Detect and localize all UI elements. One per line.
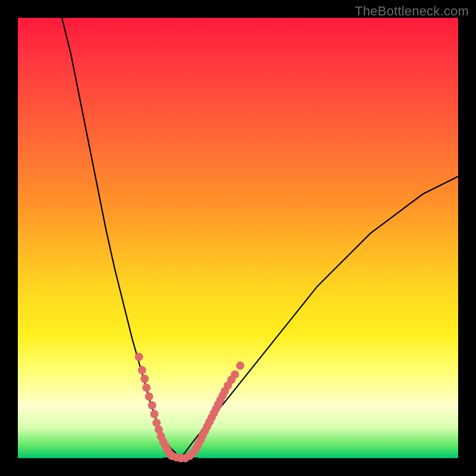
marker-point: [138, 366, 146, 374]
marker-point: [150, 410, 158, 418]
watermark-label: TheBottleneck.com: [355, 4, 469, 19]
chart-frame: TheBottleneck.com: [0, 0, 476, 476]
plot-area: [18, 18, 458, 458]
marker-point: [142, 384, 151, 392]
curve-group: [62, 18, 458, 458]
curve-right-curve: [181, 176, 458, 458]
marker-point: [145, 392, 154, 400]
marker-point: [135, 353, 143, 361]
curve-left-curve: [62, 18, 181, 458]
marker-point: [231, 370, 239, 378]
marker-point: [140, 375, 149, 383]
marker-point: [148, 401, 156, 409]
marker-point: [236, 362, 245, 370]
chart-svg: [18, 18, 458, 458]
